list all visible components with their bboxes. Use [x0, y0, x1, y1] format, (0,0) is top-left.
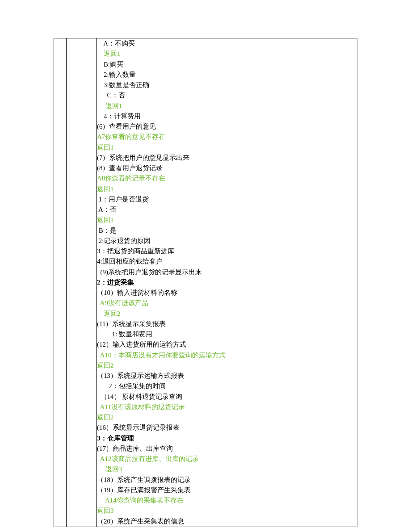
text-line: (9)系统把用户退货的记录显示出来: [97, 267, 357, 277]
text-line: 2：包括采集的时间: [97, 381, 357, 391]
text-line: (17）商品进库、出库查询: [97, 444, 357, 454]
text-line: 返回3: [97, 464, 357, 474]
text-line: 返回1: [97, 215, 357, 225]
column-content: A：不购买 返回1 B:购买 2:输入数量 3:数量是否正确 C：否 返回1 4…: [97, 38, 357, 527]
text-line: (16）系统显示退货记录报表: [97, 423, 357, 433]
text-line: A14你查询的采集表不存在: [97, 495, 357, 506]
text-line: 4:退回相应的钱给客户: [97, 256, 357, 267]
text-line: 返回1: [97, 49, 357, 59]
text-line: 返回1: [97, 184, 357, 194]
text-line: (12）输入进货所用的运输方式: [97, 339, 357, 350]
text-line: 3：把退货的商品重新进库: [97, 246, 357, 256]
content-table: A：不购买 返回1 B:购买 2:输入数量 3:数量是否正确 C：否 返回1 4…: [54, 38, 357, 527]
text-line: 1：用户是否退货: [97, 194, 357, 205]
text-line: （19）库存已满报警产生采集表: [97, 485, 357, 495]
text-line: （10）输入进货材料的名称: [97, 288, 357, 298]
text-line: (7）系统把用户的意见显示出来: [97, 153, 357, 163]
text-line: A7你查看的意见不存在: [97, 132, 357, 142]
text-line: （14） 原材料退货记录查询: [97, 392, 357, 402]
column-b: [67, 38, 97, 527]
text-line: C：否: [97, 90, 357, 101]
text-line: A：否: [97, 205, 357, 215]
column-a: [54, 38, 67, 527]
text-line: 2:记录退货的原因: [97, 236, 357, 246]
document-page: A：不购买 返回1 B:购买 2:输入数量 3:数量是否正确 C：否 返回1 4…: [0, 0, 411, 532]
text-line: 3：仓库管理: [97, 433, 357, 444]
text-line: 返回1: [97, 142, 357, 153]
text-line: （20）系统产生采集表的信息: [97, 516, 357, 527]
text-content: A：不购买 返回1 B:购买 2:输入数量 3:数量是否正确 C：否 返回1 4…: [97, 38, 357, 527]
text-line: A：不购买: [97, 38, 357, 49]
text-line: （18）系统产生调拨报表的记录: [97, 475, 357, 485]
text-line: A10：本商店没有才用你要查询的运输方式: [97, 350, 357, 360]
text-line: 返回2: [97, 309, 357, 319]
text-line: B：是: [97, 226, 357, 236]
text-line: A8你查看的记录不存在: [97, 173, 357, 184]
text-line: （13）系统显示运输方式报表: [97, 371, 357, 381]
text-line: 2：进货采集: [97, 277, 357, 288]
text-line: A9没有进该产品: [97, 298, 357, 308]
text-line: 3:数量是否正确: [97, 80, 357, 90]
text-line: 返回1: [97, 101, 357, 111]
text-line: 1: 数量和费用: [97, 329, 357, 339]
text-line: 4：计算费用: [97, 111, 357, 121]
text-line: 返回3: [97, 506, 357, 516]
text-line: B:购买: [97, 59, 357, 70]
text-line: (8）查看用户退货记录: [97, 163, 357, 173]
text-line: 2:输入数量: [97, 70, 357, 80]
text-line: 返回2: [97, 412, 357, 423]
text-line: 返回2: [97, 360, 357, 371]
text-line: (11）系统显示采集报表: [97, 319, 357, 329]
text-line: A12该商品没有进库、出库的记录: [97, 454, 357, 464]
text-line: A11没有该原材料的退货记录: [97, 402, 357, 412]
text-line: (6）查看用户的意见: [97, 121, 357, 132]
